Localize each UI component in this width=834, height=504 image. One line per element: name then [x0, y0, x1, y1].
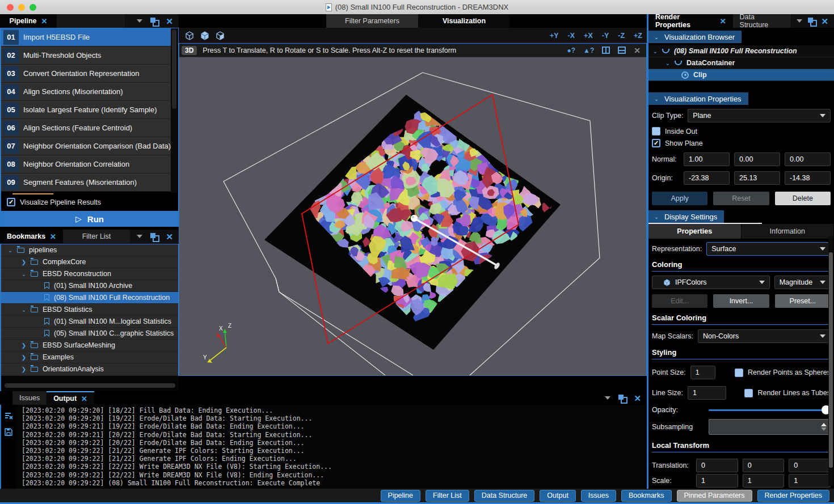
pipeline-step[interactable]: 08 Neighbor Orientation Correlation: [1, 155, 171, 173]
normal-y-field[interactable]: 0.00: [734, 153, 780, 166]
edit-colormap-button[interactable]: Edit...: [652, 294, 707, 308]
bookmark-tree-row[interactable]: ❯ ComplexCore: [1, 256, 178, 268]
tree-row-datacontainer[interactable]: ⌄ DataContainer: [648, 57, 834, 69]
bookmarks-hscrollbar[interactable]: [0, 376, 179, 391]
bookmark-tree-row[interactable]: (08) Small IN100 Full Reconstruction: [1, 292, 178, 304]
pipeline-step[interactable]: 06 Align Sections (Feature Centroid): [1, 119, 171, 137]
close-tab-icon[interactable]: ✕: [50, 232, 56, 241]
map-scalars-dropdown[interactable]: Non-Colors: [698, 329, 831, 343]
pipeline-step[interactable]: 03 Convert Orientation Representation: [1, 65, 171, 83]
bookmark-tree-row[interactable]: (05) Small IN100 C...graphic Statistics: [1, 328, 178, 340]
bookmark-tree-row[interactable]: ❯ OrientationAnalysis: [1, 363, 178, 375]
dock-toggle-pinned-parameters[interactable]: Pinned Parameters: [677, 490, 752, 502]
tab-issues[interactable]: Issues: [12, 391, 47, 405]
translation-z-field[interactable]: 0: [789, 459, 831, 472]
undock-panel-icon[interactable]: [618, 395, 626, 402]
origin-y-field[interactable]: 25.13: [734, 171, 780, 185]
chevron-down-icon[interactable]: ⌄: [652, 48, 659, 54]
close-view-icon[interactable]: ✕: [634, 46, 641, 55]
plane-normal-handle[interactable]: [411, 215, 501, 270]
visualize-results-row[interactable]: ✓ Visualize Pipeline Results: [1, 194, 178, 210]
point-picking-icon[interactable]: ●?: [567, 46, 575, 54]
run-pipeline-button[interactable]: ▷ Run: [1, 211, 178, 227]
render-points-spheres-checkbox[interactable]: [735, 369, 743, 377]
cube-solid-icon[interactable]: [200, 31, 209, 40]
point-size-field[interactable]: 1: [690, 366, 715, 379]
chevron-down-icon[interactable]: ⌄: [664, 60, 671, 66]
chevron-down-icon[interactable]: [137, 235, 142, 238]
tab-output[interactable]: Output ✕: [47, 391, 94, 405]
bookmark-tree-row[interactable]: (01) Small IN100 M...logical Statistics: [1, 316, 178, 328]
cell-picking-icon[interactable]: ▲?: [583, 46, 594, 54]
invert-colormap-button[interactable]: Invert...: [713, 294, 769, 308]
chevron-down-icon[interactable]: [797, 19, 802, 23]
clip-type-dropdown[interactable]: Plane: [688, 109, 831, 122]
dock-toggle-output[interactable]: Output: [540, 490, 576, 502]
display-settings-header[interactable]: ⌄ Display Settings: [648, 210, 724, 223]
visualization-browser-header[interactable]: ⌄ Visualization Browser: [648, 31, 742, 43]
close-panel-icon[interactable]: ✕: [634, 394, 641, 403]
normal-z-field[interactable]: 0.00: [785, 153, 831, 166]
bookmark-tree-row[interactable]: ❯ EBSD SurfaceMeshing: [1, 340, 178, 351]
bookmark-tree-row[interactable]: ⌄ EBSD Statistics: [1, 304, 178, 316]
subsampling-stepper[interactable]: [709, 419, 831, 435]
scale-x-field[interactable]: 1: [696, 474, 738, 488]
dock-toggle-render-properties[interactable]: Render Properties: [757, 490, 829, 502]
pipeline-step[interactable]: 01 Import H5EBSD File: [1, 28, 171, 46]
scale-y-field[interactable]: 1: [743, 474, 785, 488]
bookmark-tree-row[interactable]: (01) Small IN100 Archive: [1, 280, 178, 292]
undock-panel-icon[interactable]: [808, 18, 815, 25]
render-lines-tubes-checkbox[interactable]: [744, 389, 753, 397]
clear-log-icon[interactable]: [5, 412, 13, 420]
scale-z-field[interactable]: 1: [789, 474, 831, 488]
save-log-icon[interactable]: [5, 428, 12, 436]
chevron-down-icon[interactable]: [137, 19, 142, 23]
log-lines[interactable]: [2023:02:20 09:29:20] [18/22] Fill Bad D…: [16, 405, 647, 489]
render-scene[interactable]: Z X Y: [179, 57, 646, 375]
chevron-icon[interactable]: ⌄: [20, 271, 27, 277]
visualize-results-checkbox[interactable]: ✓: [7, 198, 15, 206]
delete-button[interactable]: Delete: [775, 192, 831, 205]
step-up-icon[interactable]: [821, 423, 827, 426]
undock-panel-icon[interactable]: [150, 18, 158, 25]
close-tab-icon[interactable]: ✕: [81, 395, 87, 403]
show-plane-checkbox[interactable]: ✓: [652, 139, 660, 147]
chevron-icon[interactable]: ⌄: [20, 307, 27, 313]
chevron-icon[interactable]: ❯: [20, 259, 27, 265]
dock-toggle-issues[interactable]: Issues: [581, 490, 616, 502]
opacity-slider[interactable]: [709, 405, 831, 414]
cube-axes-icon[interactable]: [185, 31, 194, 40]
clip-plane-outline[interactable]: [302, 95, 519, 344]
bookmark-tree-row[interactable]: ⌄ EBSD Reconstruction: [1, 268, 178, 280]
bookmark-tree-row[interactable]: ❯ Examples: [1, 351, 178, 363]
visualization-properties-header[interactable]: ⌄ Visualization Properties: [648, 92, 748, 105]
tab-data-structure[interactable]: Data Structure: [733, 14, 791, 28]
close-tab-icon[interactable]: ✕: [720, 17, 726, 26]
pipeline-step[interactable]: 02 Multi-Threshold Objects: [1, 46, 171, 65]
tree-row-root[interactable]: ⌄ (08) Small IN100 Full Reconstruction: [648, 45, 834, 57]
camera-axis-button[interactable]: -X: [568, 32, 575, 40]
pipeline-step[interactable]: 09 Segment Features (Misorientation): [1, 173, 171, 192]
translation-y-field[interactable]: 0: [743, 459, 785, 472]
translation-x-field[interactable]: 0: [696, 459, 738, 472]
tab-pipeline[interactable]: Pipeline ✕: [0, 14, 57, 28]
tab-information[interactable]: Information: [742, 224, 834, 239]
reset-button[interactable]: Reset: [713, 192, 769, 205]
dock-toggle-pipeline[interactable]: Pipeline: [381, 490, 420, 502]
origin-z-field[interactable]: -14.38: [785, 171, 831, 185]
close-tab-icon[interactable]: ✕: [41, 17, 48, 26]
tab-filter-parameters[interactable]: Filter Parameters: [326, 14, 418, 28]
close-panel-icon[interactable]: ✕: [821, 17, 828, 26]
representation-dropdown[interactable]: Surface: [706, 242, 831, 256]
chevron-icon[interactable]: ❯: [20, 354, 27, 361]
apply-button[interactable]: Apply: [652, 192, 707, 205]
chevron-down-icon[interactable]: [605, 396, 610, 400]
dock-toggle-filter-list[interactable]: Filter List: [426, 490, 469, 502]
chevron-icon[interactable]: ❯: [20, 366, 27, 372]
cube-face-icon[interactable]: [216, 31, 225, 40]
undock-panel-icon[interactable]: [150, 233, 158, 240]
line-size-field[interactable]: 1: [688, 386, 727, 400]
tab-render-properties[interactable]: Render Properties ✕: [648, 14, 733, 28]
camera-axis-button[interactable]: +Y: [550, 32, 559, 40]
split-horizontal-icon[interactable]: [618, 46, 626, 54]
